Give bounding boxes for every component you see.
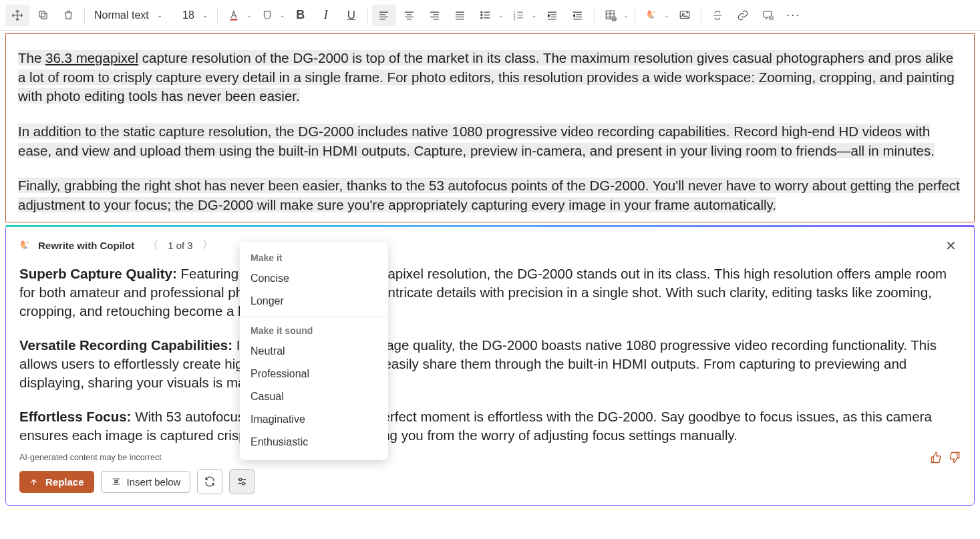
menu-item-neutral[interactable]: Neutral <box>240 340 388 363</box>
regenerate-button[interactable] <box>197 469 222 494</box>
separator <box>84 7 85 23</box>
toolbar: Normal text ⌄ 18 ⌄ ⌄ ⌄ B I U ⌄ 123 ⌄ <box>0 0 980 31</box>
numbered-list-dropdown[interactable]: ⌄ <box>530 12 539 19</box>
menu-item-enthusiastic[interactable]: Enthusiastic <box>240 431 388 454</box>
copy-button[interactable] <box>31 5 55 26</box>
menu-item-longer[interactable]: Longer <box>240 290 388 313</box>
comment-button[interactable] <box>756 5 780 26</box>
insert-label: Insert below <box>127 476 181 488</box>
chevron-down-icon: ⌄ <box>202 11 208 19</box>
bold-button[interactable]: B <box>289 5 313 26</box>
font-size-value: 18 <box>182 9 194 21</box>
svg-point-16 <box>242 482 245 485</box>
svg-text:3: 3 <box>514 17 516 21</box>
adjust-tone-button[interactable] <box>229 469 255 494</box>
close-panel-button[interactable]: ✕ <box>940 235 962 256</box>
menu-item-concise[interactable]: Concise <box>240 267 388 290</box>
svg-rect-0 <box>41 13 46 19</box>
copilot-actions: Replace Insert below <box>6 469 974 505</box>
menu-item-imaginative[interactable]: Imaginative <box>240 408 388 431</box>
paragraph-2[interactable]: In addition to the static capture resolu… <box>18 122 962 160</box>
bullet-list-button[interactable] <box>474 5 498 26</box>
copilot-footer-row: AI-generated content may be incorrect <box>6 452 974 469</box>
svg-point-3 <box>481 11 482 13</box>
svg-rect-1 <box>39 11 45 17</box>
suggestion-p3: Effortless Focus: With 53 autofocus poin… <box>19 407 961 445</box>
menu-separator <box>240 317 388 317</box>
paragraph-1[interactable]: The 36.3 megapixel capture resolution of… <box>18 49 962 106</box>
highlight-color-button[interactable] <box>255 5 279 26</box>
paragraph-3[interactable]: Finally, grabbing the right shot has nev… <box>18 176 962 214</box>
align-left-button[interactable] <box>372 5 396 26</box>
svg-text:1: 1 <box>514 11 516 14</box>
copilot-panel-title: Rewrite with Copilot <box>38 240 134 251</box>
chevron-down-icon: ⌄ <box>157 11 162 19</box>
separator <box>367 7 368 23</box>
numbered-list-button[interactable]: 123 <box>507 5 531 26</box>
separator <box>701 7 701 23</box>
separator <box>594 7 595 23</box>
decrease-indent-button[interactable] <box>566 5 590 26</box>
align-justify-button[interactable] <box>448 5 472 26</box>
thumbs-down-button[interactable] <box>949 452 961 464</box>
menu-item-professional[interactable]: Professional <box>240 363 388 385</box>
font-color-button[interactable] <box>222 5 246 26</box>
suggestion-p2: Versatile Recording Capabilities: In add… <box>19 336 961 393</box>
prev-suggestion-button[interactable]: 〈 <box>145 237 161 254</box>
bullet-list-dropdown[interactable]: ⌄ <box>496 12 506 19</box>
copilot-icon <box>18 239 31 252</box>
megapixel-link[interactable]: 36.3 megapixel <box>45 50 138 65</box>
menu-item-casual[interactable]: Casual <box>240 385 388 408</box>
separator <box>635 7 635 23</box>
suggestion-nav: 〈 1 of 3 〉 <box>145 237 216 254</box>
font-size-select[interactable]: 18 ⌄ <box>177 7 213 24</box>
move-tool-button[interactable] <box>5 5 29 26</box>
copilot-rewrite-panel: Rewrite with Copilot 〈 1 of 3 〉 ✕ Superb… <box>5 225 975 506</box>
suggestion-p1: Superb Capture Quality: Featuring an imp… <box>19 264 961 321</box>
paragraph-style-label: Normal text <box>94 9 149 21</box>
svg-text:2: 2 <box>514 14 516 17</box>
font-color-dropdown[interactable]: ⌄ <box>244 12 254 19</box>
underline-button[interactable]: U <box>339 5 363 26</box>
align-center-button[interactable] <box>397 5 422 26</box>
thumbs-up-button[interactable] <box>930 452 942 464</box>
copilot-toolbar-button[interactable] <box>639 5 663 26</box>
increase-indent-button[interactable] <box>540 5 564 26</box>
menu-heading-make-it: Make it <box>240 248 388 267</box>
suggestion-counter: 1 of 3 <box>168 240 193 251</box>
replace-button[interactable]: Replace <box>19 471 94 493</box>
separator <box>217 7 218 23</box>
copilot-panel-header: Rewrite with Copilot 〈 1 of 3 〉 ✕ <box>6 226 974 262</box>
insert-table-dropdown[interactable]: ⌄ <box>621 12 631 19</box>
document-area[interactable]: The 36.3 megapixel capture resolution of… <box>5 33 975 222</box>
ai-disclaimer: AI-generated content may be incorrect <box>19 453 162 462</box>
p1-post: capture resolution of the DG-2000 is top… <box>18 50 955 104</box>
delete-button[interactable] <box>56 5 80 26</box>
next-suggestion-button[interactable]: 〉 <box>200 237 216 254</box>
copilot-suggestion-body: Superb Capture Quality: Featuring an imp… <box>6 262 974 445</box>
insert-image-button[interactable] <box>673 5 697 26</box>
svg-point-5 <box>481 17 482 19</box>
svg-point-15 <box>239 478 242 481</box>
italic-button[interactable]: I <box>314 5 338 26</box>
insert-below-button[interactable]: Insert below <box>101 471 191 493</box>
menu-heading-make-it-sound: Make it sound <box>240 321 388 340</box>
more-options-button[interactable]: ··· <box>782 5 806 26</box>
svg-rect-2 <box>230 19 238 20</box>
align-right-button[interactable] <box>423 5 447 26</box>
svg-point-4 <box>481 14 482 15</box>
strikethrough-button[interactable] <box>705 5 729 26</box>
replace-label: Replace <box>45 476 84 488</box>
copilot-toolbar-dropdown[interactable]: ⌄ <box>662 12 671 19</box>
paragraph-style-select[interactable]: Normal text ⌄ <box>89 7 176 24</box>
highlight-color-dropdown[interactable]: ⌄ <box>278 12 287 19</box>
insert-table-button[interactable] <box>599 5 623 26</box>
link-button[interactable] <box>731 5 755 26</box>
tone-menu: Make it Concise Longer Make it sound Neu… <box>240 242 388 460</box>
p1-pre: The <box>18 50 45 65</box>
